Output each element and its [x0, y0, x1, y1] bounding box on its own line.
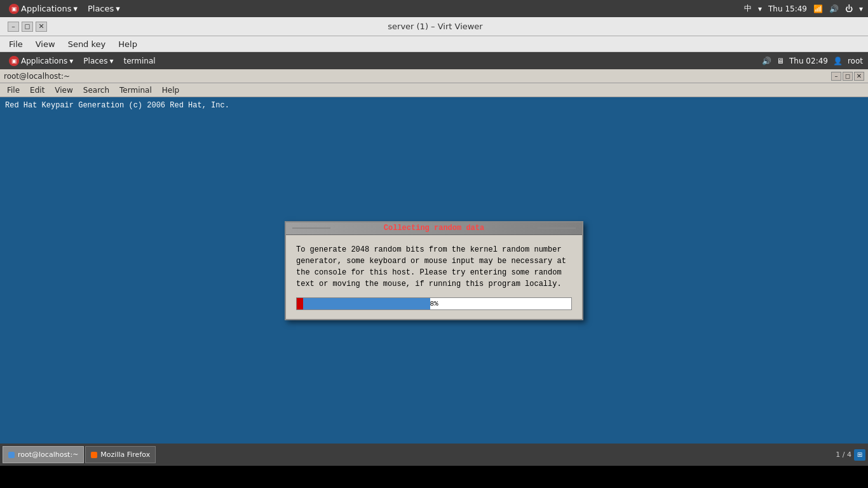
virt-menu-help[interactable]: Help [114, 38, 141, 50]
collect-dialog-text: To generate 2048 random bits from the ke… [296, 244, 572, 290]
applications-label: Applications [21, 4, 71, 13]
virt-minimize-btn[interactable]: – [8, 22, 19, 32]
vm-task-terminal-label: root@localhost:~ [18, 451, 78, 459]
vm-task-firefox-icon [91, 452, 97, 458]
inner-display-icon: 🖥 [776, 57, 784, 65]
virt-viewer-menu: File View Send key Help [0, 36, 868, 52]
vm-counter-badge: ⊞ [854, 449, 865, 461]
vm-task-firefox[interactable]: Mozilla Firefox [85, 446, 156, 463]
places-menu-btn[interactable]: Places ▾ [84, 3, 124, 15]
collect-dialog-body: To generate 2048 random bits from the ke… [286, 235, 582, 319]
collect-random-dialog: Collecting random data To generate 2048 … [285, 221, 583, 320]
terminal-window: root@localhost:~ – ◻ ✕ File Edit View Se… [0, 69, 868, 466]
virt-menu-file[interactable]: File [5, 38, 27, 50]
term-menu-terminal[interactable]: Terminal [116, 85, 155, 95]
applications-chevron: ▾ [73, 4, 78, 13]
system-time: Thu 15:49 [768, 4, 807, 13]
collect-dialog-titlebar: Collecting random data [286, 222, 582, 235]
vm-task-firefox-label: Mozilla Firefox [100, 451, 150, 459]
virt-close-btn[interactable]: ✕ [36, 22, 47, 32]
inner-gnome-bar: ▣ Applications ▾ Places ▾ terminal 🔊 🖥 T… [0, 52, 868, 69]
terminal-menu: File Edit View Search Terminal Help [0, 83, 868, 97]
system-bar: ▣ Applications ▾ Places ▾ 中 ▾ Thu 15:49 … [0, 0, 868, 17]
places-chevron: ▾ [116, 4, 120, 13]
term-menu-file[interactable]: File [4, 85, 23, 95]
term-menu-help[interactable]: Help [159, 85, 182, 95]
system-bar-right: 中 ▾ Thu 15:49 📶 🔊 ⏻ ▾ [744, 3, 863, 14]
terminal-maximize-btn[interactable]: ◻ [843, 72, 853, 81]
inner-places-btn[interactable]: Places ▾ [79, 55, 117, 67]
collect-dialog-title: Collecting random data [384, 224, 484, 233]
vm-task-terminal-icon [8, 452, 15, 458]
virt-window-controls: – ◻ ✕ [6, 22, 47, 32]
power-icon: ⏻ [845, 4, 853, 13]
terminal-minimize-btn[interactable]: – [831, 72, 841, 81]
virt-menu-sendkey[interactable]: Send key [64, 38, 110, 50]
virt-viewer-titlebar: – ◻ ✕ server (1) – Virt Viewer [0, 17, 868, 36]
power-chevron: ▾ [859, 4, 863, 13]
inner-user-icon: 👤 [833, 57, 843, 65]
vm-taskbar: root@localhost:~ Mozilla Firefox 1 / 4 ⊞ [0, 444, 868, 466]
terminal-close-btn[interactable]: ✕ [854, 72, 864, 81]
vm-page-counter: 1 / 4 ⊞ [836, 449, 865, 461]
applications-menu-btn[interactable]: ▣ Applications ▾ [5, 3, 81, 15]
progress-percent-label: 8% [297, 298, 571, 309]
inner-volume-icon: 🔊 [762, 57, 771, 65]
inner-root-label: root [848, 57, 863, 65]
inner-gnome-right: 🔊 🖥 Thu 02:49 👤 root [762, 57, 863, 65]
term-menu-view[interactable]: View [51, 85, 76, 95]
term-menu-edit[interactable]: Edit [27, 85, 48, 95]
terminal-body[interactable]: Red Hat Keypair Generation (c) 2006 Red … [0, 97, 868, 444]
inner-gnome-left: ▣ Applications ▾ Places ▾ terminal [5, 55, 159, 67]
term-menu-search[interactable]: Search [80, 85, 112, 95]
inner-places-chevron: ▾ [110, 57, 114, 65]
inner-applications-chevron: ▾ [69, 57, 73, 65]
vm-task-terminal[interactable]: root@localhost:~ [3, 446, 84, 463]
volume-icon: 🔊 [829, 4, 839, 13]
virt-maximize-btn[interactable]: ◻ [22, 22, 33, 32]
network-icon: 📶 [813, 4, 823, 13]
virt-menu-view[interactable]: View [32, 38, 59, 50]
inner-terminal-btn[interactable]: terminal [120, 55, 159, 67]
inner-terminal-label: terminal [124, 57, 156, 65]
input-method-indicator: 中 [744, 3, 752, 14]
progress-bar-container: 8% [296, 297, 572, 310]
gnome-logo: ▣ [9, 4, 19, 14]
inner-applications-btn[interactable]: ▣ Applications ▾ [5, 55, 77, 67]
virt-viewer-title: server (1) – Virt Viewer [47, 22, 824, 31]
places-label: Places [88, 4, 114, 13]
vm-content: ▣ Applications ▾ Places ▾ terminal 🔊 🖥 T… [0, 52, 868, 466]
input-method-chevron: ▾ [758, 4, 762, 13]
terminal-initial-text: Red Hat Keypair Generation (c) 2006 Red … [5, 101, 863, 110]
terminal-window-controls: – ◻ ✕ [830, 72, 864, 81]
inner-time: Thu 02:49 [789, 57, 828, 65]
inner-gnome-logo: ▣ [9, 56, 19, 66]
inner-applications-label: Applications [21, 57, 67, 65]
inner-places-label: Places [83, 57, 107, 65]
virt-viewer-window: – ◻ ✕ server (1) – Virt Viewer File View… [0, 17, 868, 488]
terminal-titlebar: root@localhost:~ – ◻ ✕ [0, 69, 868, 83]
terminal-title: root@localhost:~ [4, 72, 70, 81]
system-bar-left: ▣ Applications ▾ Places ▾ [5, 3, 124, 15]
